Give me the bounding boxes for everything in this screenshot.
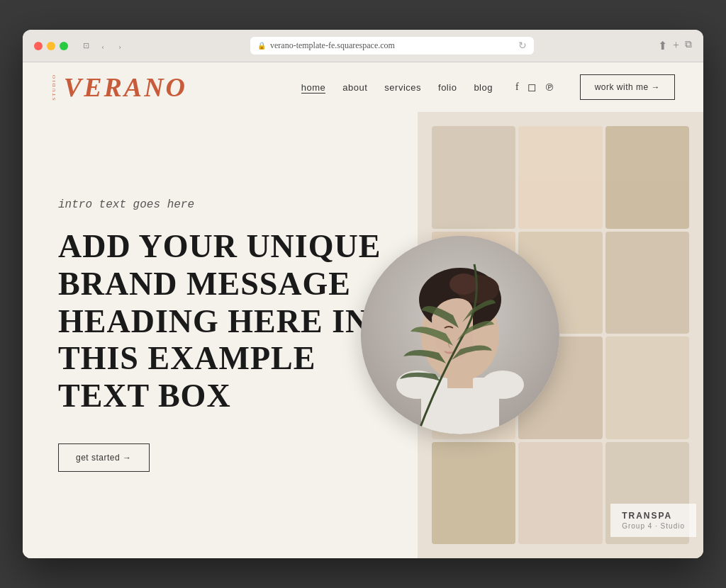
- traffic-lights: [34, 42, 68, 50]
- nav-link-blog[interactable]: blog: [474, 82, 493, 93]
- browser-controls: ⊡ ‹ ›: [79, 40, 126, 52]
- nav-link-services[interactable]: services: [384, 82, 421, 93]
- transparent-card: TRANSPA Group 4 · Studio: [610, 504, 696, 537]
- main-navigation: STUDIO VERANO home about services folio …: [23, 62, 703, 112]
- nav-link-home[interactable]: home: [301, 82, 326, 94]
- back-button[interactable]: ‹: [96, 40, 109, 52]
- circle-portrait: [361, 236, 559, 434]
- url-text: verano-template-fe.squarespace.com: [270, 40, 395, 51]
- logo-side-text: STUDIO: [51, 74, 58, 101]
- browser-actions: ⬆ + ⧉: [658, 39, 692, 52]
- minimize-button[interactable]: [47, 42, 55, 50]
- mood-card-6: [605, 232, 689, 334]
- nav-social-group: f ◻ ℗: [510, 81, 554, 94]
- hero-left: intro text goes here ADD YOUR UNIQUE BRA…: [23, 112, 418, 558]
- hero-right: TRANSPA Group 4 · Studio: [418, 112, 703, 558]
- nav-item-services[interactable]: services: [384, 81, 421, 94]
- reload-icon[interactable]: ↻: [518, 40, 527, 52]
- work-with-me-button[interactable]: work with me →: [580, 74, 675, 100]
- facebook-icon[interactable]: f: [515, 81, 519, 93]
- mood-card-3: [605, 126, 689, 229]
- forward-button[interactable]: ›: [113, 40, 126, 52]
- share-icon[interactable]: ⬆: [658, 39, 667, 52]
- nav-item-blog[interactable]: blog: [474, 81, 493, 94]
- mood-card-2: [518, 126, 602, 229]
- mood-card-10: [432, 442, 515, 545]
- duplicate-tab-icon[interactable]: ⧉: [685, 39, 692, 52]
- social-links: f ◻ ℗: [515, 81, 554, 94]
- pinterest-icon[interactable]: ℗: [544, 81, 554, 94]
- nav-links: home about services folio blog f ◻ ℗ wor…: [301, 74, 675, 100]
- transparent-card-title: TRANSPA: [622, 511, 685, 521]
- instagram-icon[interactable]: ◻: [527, 81, 536, 94]
- hero-heading: ADD YOUR UNIQUE BRAND MESSAGE HEADING HE…: [58, 228, 382, 415]
- hero-section: intro text goes here ADD YOUR UNIQUE BRA…: [23, 112, 703, 558]
- address-bar[interactable]: 🔒 verano-template-fe.squarespace.com ↻: [250, 37, 534, 55]
- nav-item-home[interactable]: home: [301, 81, 326, 94]
- add-tab-icon[interactable]: +: [673, 39, 679, 52]
- lock-icon: 🔒: [257, 42, 266, 50]
- mood-card-1: [432, 126, 515, 229]
- portrait-svg: [361, 236, 559, 434]
- transparent-card-subtitle: Group 4 · Studio: [622, 522, 685, 530]
- browser-chrome: ⊡ ‹ › 🔒 verano-template-fe.squarespace.c…: [23, 30, 703, 62]
- mood-card-9: [605, 337, 689, 439]
- window-icon[interactable]: ⊡: [79, 40, 92, 52]
- nav-cta-item: work with me →: [571, 74, 675, 100]
- logo-area: STUDIO VERANO: [51, 72, 187, 103]
- nav-item-folio[interactable]: folio: [438, 81, 457, 94]
- nav-link-folio[interactable]: folio: [438, 82, 457, 93]
- website-content: STUDIO VERANO home about services folio …: [23, 62, 703, 558]
- browser-window: ⊡ ‹ › 🔒 verano-template-fe.squarespace.c…: [23, 30, 703, 558]
- nav-item-about[interactable]: about: [342, 81, 367, 94]
- close-button[interactable]: [34, 42, 43, 50]
- logo-main[interactable]: VERANO: [64, 72, 187, 103]
- get-started-button[interactable]: get started →: [58, 443, 150, 472]
- mood-card-11: [518, 442, 602, 545]
- intro-text: intro text goes here: [58, 198, 382, 211]
- nav-link-about[interactable]: about: [342, 82, 367, 93]
- svg-point-10: [449, 273, 478, 295]
- svg-point-5: [481, 371, 524, 399]
- maximize-button[interactable]: [60, 42, 68, 50]
